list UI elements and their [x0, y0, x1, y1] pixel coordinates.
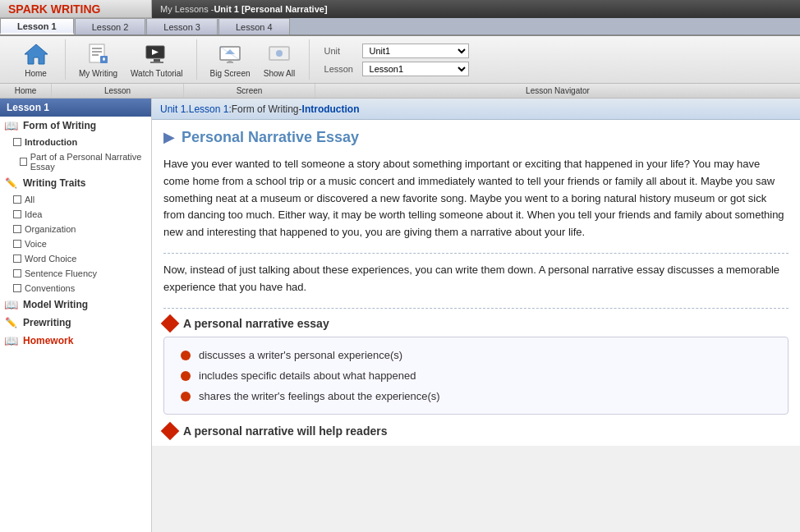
lesson-nav-label: Lesson [324, 64, 357, 74]
big-screen-icon [217, 41, 243, 67]
sidebar-idea-label: Idea [25, 209, 42, 219]
tab-lesson4[interactable]: Lesson 4 [218, 18, 290, 34]
breadcrumb-unit: Unit 1 [160, 103, 186, 115]
big-screen-label: Big Screen [210, 69, 251, 78]
pencil-icon: ✏️ [5, 177, 16, 189]
content-paragraph-2: Now, instead of just talking about these… [163, 262, 789, 296]
sidebar-item-introduction[interactable]: Introduction [0, 135, 151, 149]
tab-lesson3[interactable]: Lesson 3 [146, 18, 218, 34]
sidebar-conventions-label: Conventions [25, 283, 75, 293]
content-paragraph-1: Have you ever wanted to tell someone a s… [163, 156, 789, 241]
home-button[interactable]: Home [13, 39, 58, 80]
red-diamond-icon [161, 314, 180, 332]
my-writing-label: My Writing [79, 69, 117, 78]
sidebar-prewriting-label: Prewriting [23, 317, 71, 328]
checkbox-icon-9 [13, 284, 21, 292]
toolbar-navigator-section-label: Lesson Navigator [315, 84, 800, 98]
sidebar-all-label: All [25, 195, 34, 204]
book-icon-3: 📖 [5, 335, 16, 346]
bullet-item-1: discusses a writer's personal experience… [181, 349, 771, 361]
watch-tutorial-icon [144, 41, 170, 67]
checkbox-icon-6 [13, 240, 21, 248]
sidebar-homework-label: Homework [23, 335, 73, 346]
bullet-section-header: A personal narrative essay [163, 317, 789, 330]
bullet-box: discusses a writer's personal experience… [163, 337, 789, 415]
checkbox-icon-5 [13, 225, 21, 233]
bullet-dot-3 [181, 392, 191, 401]
sidebar-form-writing-label: Form of Writing [23, 120, 96, 131]
my-lessons-bar: My Lessons - Unit 1 [Personal Narrative] [152, 0, 800, 18]
pencil-icon-2: ✏️ [5, 317, 16, 328]
toolbar-lesson-section-label: Lesson [52, 84, 184, 98]
checkbox-icon-4 [13, 210, 21, 218]
bullet-item-2: includes specific details about what hap… [181, 369, 771, 382]
watch-tutorial-label: Watch Tutorial [131, 69, 183, 78]
sidebar-item-part-narrative[interactable]: Part of a Personal Narrative Essay [0, 149, 151, 174]
my-writing-icon [85, 41, 112, 67]
lesson-tabs: Lesson 1 Lesson 2 Lesson 3 Lesson 4 [0, 18, 800, 36]
my-writing-button[interactable]: My Writing [72, 39, 124, 80]
sidebar-item-organization[interactable]: Organization [0, 222, 151, 236]
sidebar-item-homework[interactable]: 📖 Homework [0, 332, 151, 350]
sidebar-item-sentence-fluency[interactable]: Sentence Fluency [0, 266, 151, 281]
checkbox-icon-8 [13, 269, 21, 277]
checkbox-icon-3 [13, 195, 21, 204]
more-section-header: A personal narrative will help readers [163, 424, 789, 438]
unit-nav-label: Unit [324, 46, 357, 56]
bullet-text-1: discusses a writer's personal experience… [199, 349, 402, 361]
tab-lesson2[interactable]: Lesson 2 [75, 18, 146, 34]
sidebar-sentence-fluency-label: Sentence Fluency [25, 268, 97, 278]
toolbar-home-group: Home [7, 39, 66, 80]
unit-label: Unit 1 [Personal Narrative] [214, 4, 327, 14]
svg-point-18 [276, 50, 283, 57]
bullet-dot-1 [181, 351, 191, 360]
bullet-text-2: includes specific details about what hap… [199, 369, 416, 382]
svg-rect-11 [150, 62, 163, 63]
breadcrumb: Unit 1 . Lesson 1 : Form of Writing - In… [152, 99, 800, 120]
sidebar-item-idea[interactable]: Idea [0, 207, 151, 222]
bullet-item-3: shares the writer's feelings about the e… [181, 390, 771, 402]
bullet-text-3: shares the writer's feelings about the e… [199, 390, 440, 402]
lesson-row: Lesson Lesson1 [324, 62, 469, 76]
sidebar-item-form-of-writing[interactable]: 📖 Form of Writing [0, 117, 151, 135]
toolbar-screen-section-label: Screen [184, 84, 315, 98]
sidebar-item-model-writing[interactable]: 📖 Model Writing [0, 296, 151, 314]
lesson-select[interactable]: Lesson1 [362, 62, 469, 76]
big-screen-button[interactable]: Big Screen [204, 39, 257, 80]
watch-tutorial-button[interactable]: Watch Tutorial [124, 39, 190, 80]
toolbar-navigator-group: Unit Unit1 Lesson Lesson1 [310, 39, 484, 80]
lesson-navigator: Unit Unit1 Lesson Lesson1 [316, 44, 477, 76]
svg-rect-10 [154, 59, 160, 62]
content-body: ▶ Personal Narrative Essay Have you ever… [152, 120, 800, 446]
sidebar-organization-label: Organization [25, 224, 76, 234]
checkbox-icon-7 [13, 255, 21, 263]
checkbox-icon-2 [20, 158, 27, 166]
content-title: Personal Narrative Essay [182, 129, 359, 146]
sidebar-model-writing-label: Model Writing [23, 299, 88, 310]
sidebar-item-prewriting[interactable]: ✏️ Prewriting [0, 314, 151, 332]
red-diamond-icon-2 [161, 421, 180, 440]
content-divider-2 [163, 308, 789, 309]
more-header-label: A personal narrative will help readers [183, 424, 387, 438]
breadcrumb-form: Form of Writing [232, 103, 299, 115]
sidebar-item-voice[interactable]: Voice [0, 236, 151, 251]
sidebar-voice-label: Voice [25, 239, 47, 249]
unit-select[interactable]: Unit1 [362, 44, 469, 58]
sidebar-header: Lesson 1 [0, 99, 151, 117]
tab-lesson1[interactable]: Lesson 1 [0, 18, 74, 34]
bullet-section: A personal narrative essay discusses a w… [163, 317, 789, 415]
sidebar-item-conventions[interactable]: Conventions [0, 281, 151, 296]
app-title: SPARK WRITING [0, 0, 152, 17]
sidebar-item-word-choice[interactable]: Word Choice [0, 251, 151, 266]
sidebar-item-all[interactable]: All [0, 192, 151, 207]
sidebar-word-choice-label: Word Choice [25, 254, 76, 264]
main-area: Lesson 1 📖 Form of Writing Introduction … [0, 99, 800, 532]
show-all-button[interactable]: Show All [257, 39, 302, 80]
content-area: Unit 1 . Lesson 1 : Form of Writing - In… [152, 99, 800, 532]
unit-row: Unit Unit1 [324, 44, 469, 58]
sidebar-item-writing-traits[interactable]: ✏️ Writing Traits [0, 174, 151, 192]
sidebar-introduction-label: Introduction [25, 137, 77, 147]
content-title-row: ▶ Personal Narrative Essay [163, 128, 789, 146]
checkbox-icon [13, 138, 21, 146]
my-lessons-label: My Lessons - [160, 4, 214, 14]
